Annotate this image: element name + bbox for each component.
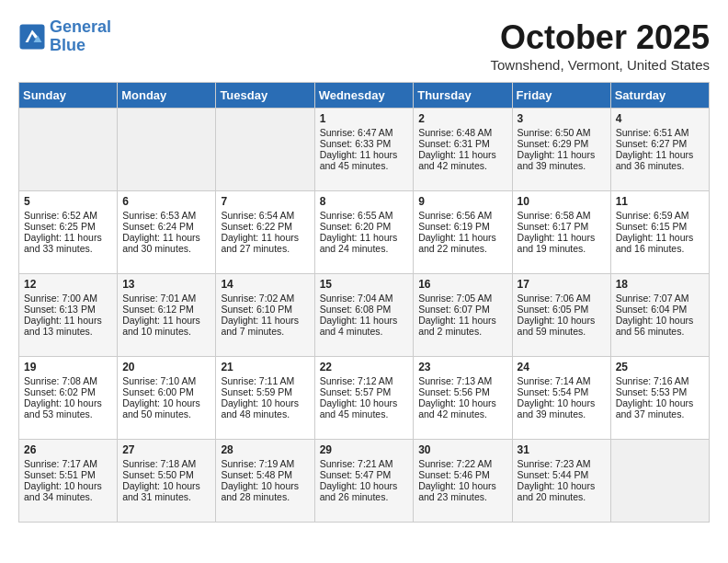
day-number: 5 — [24, 195, 112, 208]
day-info: Daylight: 11 hours and 13 minutes. — [24, 315, 112, 337]
day-info: Sunset: 6:15 PM — [616, 221, 704, 232]
day-info: Daylight: 10 hours and 53 minutes. — [24, 397, 112, 419]
day-number: 3 — [518, 112, 606, 125]
day-cell: 18Sunrise: 7:07 AMSunset: 6:04 PMDayligh… — [610, 274, 709, 357]
day-info: Daylight: 11 hours and 4 minutes. — [320, 315, 409, 337]
day-info: Sunrise: 7:05 AM — [418, 293, 506, 304]
logo-line1: General — [50, 17, 111, 36]
day-number: 21 — [221, 361, 309, 373]
month-title: October 2025 — [491, 18, 710, 57]
day-cell: 13Sunrise: 7:01 AMSunset: 6:12 PMDayligh… — [118, 274, 216, 357]
header-row: SundayMondayTuesdayWednesdayThursdayFrid… — [19, 83, 710, 109]
day-info: Sunset: 6:05 PM — [518, 304, 606, 315]
day-cell — [19, 109, 118, 191]
day-cell: 24Sunrise: 7:14 AMSunset: 5:54 PMDayligh… — [512, 357, 610, 440]
day-cell: 27Sunrise: 7:18 AMSunset: 5:50 PMDayligh… — [118, 440, 216, 523]
day-info: Sunset: 6:17 PM — [518, 221, 606, 232]
day-info: Sunrise: 6:52 AM — [24, 210, 112, 221]
day-info: Sunset: 5:53 PM — [616, 386, 704, 397]
day-number: 7 — [221, 195, 309, 208]
day-info: Sunrise: 7:07 AM — [616, 293, 704, 304]
week-row-4: 19Sunrise: 7:08 AMSunset: 6:02 PMDayligh… — [19, 357, 710, 440]
day-info: Sunrise: 7:23 AM — [518, 458, 606, 469]
day-info: Sunrise: 7:04 AM — [320, 293, 409, 304]
day-number: 27 — [122, 443, 210, 456]
day-number: 12 — [24, 278, 112, 291]
day-info: Daylight: 10 hours and 37 minutes. — [616, 397, 704, 419]
day-number: 8 — [320, 195, 409, 208]
day-number: 16 — [418, 278, 506, 291]
day-number: 11 — [616, 195, 704, 208]
col-header-tuesday: Tuesday — [216, 83, 314, 109]
title-block: October 2025 Townshend, Vermont, United … — [491, 18, 710, 73]
day-info: Sunset: 6:19 PM — [418, 221, 506, 232]
day-cell: 7Sunrise: 6:54 AMSunset: 6:22 PMDaylight… — [216, 191, 314, 274]
day-info: Daylight: 11 hours and 45 minutes. — [320, 149, 409, 171]
day-number: 28 — [221, 443, 309, 456]
week-row-2: 5Sunrise: 6:52 AMSunset: 6:25 PMDaylight… — [19, 191, 710, 274]
day-number: 2 — [418, 112, 506, 125]
day-info: Daylight: 10 hours and 31 minutes. — [122, 480, 210, 502]
day-info: Sunset: 6:22 PM — [221, 221, 309, 232]
day-cell: 5Sunrise: 6:52 AMSunset: 6:25 PMDaylight… — [19, 191, 118, 274]
day-cell: 4Sunrise: 6:51 AMSunset: 6:27 PMDaylight… — [610, 109, 709, 191]
day-number: 1 — [320, 112, 409, 125]
day-info: Sunrise: 7:19 AM — [221, 458, 309, 469]
day-info: Sunrise: 7:21 AM — [320, 458, 409, 469]
day-info: Daylight: 10 hours and 34 minutes. — [24, 480, 112, 502]
day-info: Daylight: 11 hours and 33 minutes. — [24, 232, 112, 254]
col-header-sunday: Sunday — [19, 83, 118, 109]
day-cell — [216, 109, 314, 191]
day-info: Daylight: 11 hours and 2 minutes. — [418, 315, 506, 337]
day-info: Daylight: 10 hours and 59 minutes. — [518, 315, 606, 337]
day-info: Daylight: 11 hours and 7 minutes. — [221, 315, 309, 337]
col-header-friday: Friday — [512, 83, 610, 109]
day-cell: 2Sunrise: 6:48 AMSunset: 6:31 PMDaylight… — [414, 109, 512, 191]
day-info: Sunset: 5:46 PM — [418, 469, 506, 480]
day-cell: 17Sunrise: 7:06 AMSunset: 6:05 PMDayligh… — [512, 274, 610, 357]
day-info: Sunset: 5:57 PM — [320, 386, 409, 397]
day-info: Sunrise: 6:47 AM — [320, 127, 409, 138]
day-info: Sunrise: 6:51 AM — [616, 127, 704, 138]
day-cell: 30Sunrise: 7:22 AMSunset: 5:46 PMDayligh… — [414, 440, 512, 523]
day-info: Daylight: 10 hours and 28 minutes. — [221, 480, 309, 502]
day-cell: 8Sunrise: 6:55 AMSunset: 6:20 PMDaylight… — [314, 191, 414, 274]
week-row-3: 12Sunrise: 7:00 AMSunset: 6:13 PMDayligh… — [19, 274, 710, 357]
day-info: Daylight: 10 hours and 20 minutes. — [518, 480, 606, 502]
day-cell: 28Sunrise: 7:19 AMSunset: 5:48 PMDayligh… — [216, 440, 314, 523]
day-number: 20 — [122, 361, 210, 373]
day-info: Sunset: 5:48 PM — [221, 469, 309, 480]
day-number: 26 — [24, 443, 112, 456]
day-number: 22 — [320, 361, 409, 373]
day-number: 31 — [518, 443, 606, 456]
day-info: Sunrise: 7:02 AM — [221, 293, 309, 304]
day-info: Sunrise: 6:54 AM — [221, 210, 309, 221]
svg-rect-0 — [20, 24, 45, 49]
day-number: 25 — [616, 361, 704, 373]
day-info: Sunset: 5:44 PM — [518, 469, 606, 480]
day-info: Sunset: 6:25 PM — [24, 221, 112, 232]
day-info: Sunset: 6:04 PM — [616, 304, 704, 315]
day-number: 13 — [122, 278, 210, 291]
day-info: Daylight: 10 hours and 42 minutes. — [418, 397, 506, 419]
day-info: Sunrise: 7:13 AM — [418, 375, 506, 386]
day-number: 10 — [518, 195, 606, 208]
day-info: Sunset: 6:07 PM — [418, 304, 506, 315]
day-info: Daylight: 11 hours and 27 minutes. — [221, 232, 309, 254]
day-cell: 19Sunrise: 7:08 AMSunset: 6:02 PMDayligh… — [19, 357, 118, 440]
day-cell: 1Sunrise: 6:47 AMSunset: 6:33 PMDaylight… — [314, 109, 414, 191]
day-info: Sunset: 6:29 PM — [518, 138, 606, 149]
day-cell: 6Sunrise: 6:53 AMSunset: 6:24 PMDaylight… — [118, 191, 216, 274]
day-info: Sunset: 6:33 PM — [320, 138, 409, 149]
day-cell: 23Sunrise: 7:13 AMSunset: 5:56 PMDayligh… — [414, 357, 512, 440]
day-info: Sunset: 6:02 PM — [24, 386, 112, 397]
day-number: 9 — [418, 195, 506, 208]
day-info: Daylight: 11 hours and 42 minutes. — [418, 149, 506, 171]
day-info: Sunrise: 7:00 AM — [24, 293, 112, 304]
day-info: Sunset: 5:54 PM — [518, 386, 606, 397]
logo-icon — [18, 23, 46, 51]
day-info: Daylight: 11 hours and 19 minutes. — [518, 232, 606, 254]
day-cell: 16Sunrise: 7:05 AMSunset: 6:07 PMDayligh… — [414, 274, 512, 357]
day-info: Sunset: 6:27 PM — [616, 138, 704, 149]
logo-text: General Blue — [50, 18, 111, 55]
